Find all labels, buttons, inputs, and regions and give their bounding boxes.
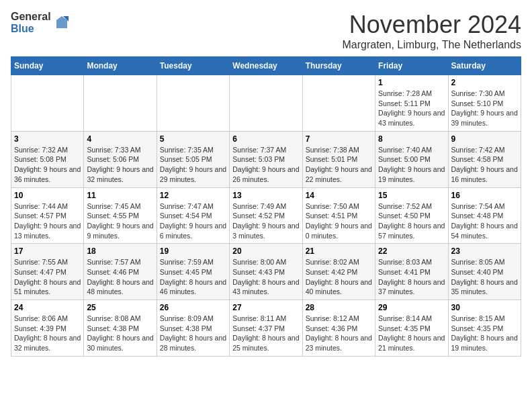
week-row-1: 1Sunrise: 7:28 AM Sunset: 5:11 PM Daylig…	[11, 75, 521, 132]
day-number: 7	[306, 134, 372, 144]
calendar-cell: 29Sunrise: 8:14 AM Sunset: 4:35 PM Dayli…	[375, 300, 448, 357]
day-number: 18	[87, 246, 153, 256]
calendar-cell: 12Sunrise: 7:47 AM Sunset: 4:54 PM Dayli…	[157, 187, 229, 244]
day-number: 29	[378, 303, 445, 312]
day-info: Sunrise: 8:15 AM Sunset: 4:35 PM Dayligh…	[451, 314, 518, 353]
calendar-cell: 14Sunrise: 7:50 AM Sunset: 4:51 PM Dayli…	[302, 187, 375, 244]
calendar-cell: 8Sunrise: 7:40 AM Sunset: 5:00 PM Daylig…	[375, 131, 448, 187]
logo-blue-text: Blue	[11, 23, 51, 35]
calendar-cell: 23Sunrise: 8:05 AM Sunset: 4:40 PM Dayli…	[448, 244, 521, 300]
calendar-cell: 16Sunrise: 7:54 AM Sunset: 4:48 PM Dayli…	[448, 187, 521, 244]
week-row-2: 3Sunrise: 7:32 AM Sunset: 5:08 PM Daylig…	[11, 131, 521, 187]
day-info: Sunrise: 7:42 AM Sunset: 4:58 PM Dayligh…	[451, 145, 518, 185]
calendar-table: SundayMondayTuesdayWednesdayThursdayFrid…	[11, 56, 521, 357]
day-info: Sunrise: 7:38 AM Sunset: 5:01 PM Dayligh…	[306, 145, 372, 185]
weekday-header-row: SundayMondayTuesdayWednesdayThursdayFrid…	[11, 57, 521, 75]
day-number: 20	[232, 246, 299, 256]
logo: General Blue	[11, 11, 70, 34]
calendar-cell: 2Sunrise: 7:30 AM Sunset: 5:10 PM Daylig…	[448, 75, 521, 132]
calendar-cell: 22Sunrise: 8:03 AM Sunset: 4:41 PM Dayli…	[375, 244, 448, 300]
day-info: Sunrise: 8:03 AM Sunset: 4:41 PM Dayligh…	[378, 257, 445, 297]
calendar-cell	[302, 75, 375, 132]
day-number: 26	[160, 303, 226, 312]
month-title: November 2024	[342, 11, 521, 39]
day-number: 4	[87, 134, 153, 144]
day-number: 3	[14, 134, 81, 144]
day-info: Sunrise: 7:32 AM Sunset: 5:08 PM Dayligh…	[14, 145, 81, 185]
day-info: Sunrise: 7:45 AM Sunset: 4:55 PM Dayligh…	[87, 201, 153, 241]
calendar-cell: 1Sunrise: 7:28 AM Sunset: 5:11 PM Daylig…	[375, 75, 448, 132]
calendar-cell	[11, 75, 84, 132]
day-info: Sunrise: 8:00 AM Sunset: 4:43 PM Dayligh…	[232, 257, 299, 297]
day-number: 16	[451, 191, 518, 200]
weekday-header-friday: Friday	[375, 57, 448, 75]
day-number: 25	[87, 303, 153, 312]
title-section: November 2024 Margraten, Limburg, The Ne…	[342, 11, 521, 51]
day-info: Sunrise: 7:28 AM Sunset: 5:11 PM Dayligh…	[378, 89, 445, 128]
day-number: 13	[232, 191, 299, 200]
day-info: Sunrise: 7:47 AM Sunset: 4:54 PM Dayligh…	[160, 201, 226, 241]
day-info: Sunrise: 7:50 AM Sunset: 4:51 PM Dayligh…	[306, 201, 372, 241]
calendar-cell: 4Sunrise: 7:33 AM Sunset: 5:06 PM Daylig…	[84, 131, 157, 187]
day-number: 12	[160, 191, 226, 200]
day-info: Sunrise: 7:35 AM Sunset: 5:05 PM Dayligh…	[160, 145, 226, 185]
logo-general-text: General	[11, 11, 51, 23]
calendar-cell	[230, 75, 302, 132]
weekday-header-monday: Monday	[84, 57, 157, 75]
header: General Blue November 2024 Margraten, Li…	[11, 11, 521, 51]
day-number: 9	[451, 134, 518, 144]
calendar-cell: 25Sunrise: 8:08 AM Sunset: 4:38 PM Dayli…	[84, 300, 157, 357]
day-info: Sunrise: 8:08 AM Sunset: 4:38 PM Dayligh…	[87, 314, 153, 353]
day-number: 24	[14, 303, 81, 312]
day-info: Sunrise: 7:52 AM Sunset: 4:50 PM Dayligh…	[378, 201, 445, 241]
day-number: 22	[378, 246, 445, 256]
weekday-header-saturday: Saturday	[448, 57, 521, 75]
calendar-cell: 17Sunrise: 7:55 AM Sunset: 4:47 PM Dayli…	[11, 244, 84, 300]
day-number: 30	[451, 303, 518, 312]
day-info: Sunrise: 7:49 AM Sunset: 4:52 PM Dayligh…	[232, 201, 299, 241]
calendar-cell: 10Sunrise: 7:44 AM Sunset: 4:57 PM Dayli…	[11, 187, 84, 244]
calendar-cell	[157, 75, 229, 132]
day-number: 11	[87, 191, 153, 200]
day-number: 6	[232, 134, 299, 144]
day-number: 8	[378, 134, 445, 144]
calendar-cell: 5Sunrise: 7:35 AM Sunset: 5:05 PM Daylig…	[157, 131, 229, 187]
calendar-cell: 18Sunrise: 7:57 AM Sunset: 4:46 PM Dayli…	[84, 244, 157, 300]
day-number: 14	[306, 191, 372, 200]
calendar-cell: 6Sunrise: 7:37 AM Sunset: 5:03 PM Daylig…	[230, 131, 302, 187]
day-info: Sunrise: 7:33 AM Sunset: 5:06 PM Dayligh…	[87, 145, 153, 185]
day-info: Sunrise: 7:30 AM Sunset: 5:10 PM Dayligh…	[451, 89, 518, 128]
day-info: Sunrise: 7:37 AM Sunset: 5:03 PM Dayligh…	[232, 145, 299, 185]
day-number: 15	[378, 191, 445, 200]
day-number: 23	[451, 246, 518, 256]
calendar-cell: 11Sunrise: 7:45 AM Sunset: 4:55 PM Dayli…	[84, 187, 157, 244]
day-number: 10	[14, 191, 81, 200]
day-number: 1	[378, 78, 445, 87]
calendar-cell: 26Sunrise: 8:09 AM Sunset: 4:38 PM Dayli…	[157, 300, 229, 357]
calendar-cell: 20Sunrise: 8:00 AM Sunset: 4:43 PM Dayli…	[230, 244, 302, 300]
day-info: Sunrise: 7:59 AM Sunset: 4:45 PM Dayligh…	[160, 257, 226, 297]
calendar-cell: 27Sunrise: 8:11 AM Sunset: 4:37 PM Dayli…	[230, 300, 302, 357]
day-number: 17	[14, 246, 81, 256]
day-number: 28	[306, 303, 372, 312]
calendar-cell: 9Sunrise: 7:42 AM Sunset: 4:58 PM Daylig…	[448, 131, 521, 187]
day-info: Sunrise: 8:12 AM Sunset: 4:36 PM Dayligh…	[306, 314, 372, 353]
weekday-header-sunday: Sunday	[11, 57, 84, 75]
day-number: 21	[306, 246, 372, 256]
weekday-header-tuesday: Tuesday	[157, 57, 229, 75]
calendar-cell: 28Sunrise: 8:12 AM Sunset: 4:36 PM Dayli…	[302, 300, 375, 357]
day-number: 19	[160, 246, 226, 256]
day-info: Sunrise: 8:14 AM Sunset: 4:35 PM Dayligh…	[378, 314, 445, 353]
week-row-3: 10Sunrise: 7:44 AM Sunset: 4:57 PM Dayli…	[11, 187, 521, 244]
weekday-header-wednesday: Wednesday	[230, 57, 302, 75]
day-info: Sunrise: 7:44 AM Sunset: 4:57 PM Dayligh…	[14, 201, 81, 241]
day-info: Sunrise: 8:11 AM Sunset: 4:37 PM Dayligh…	[232, 314, 299, 353]
day-info: Sunrise: 8:09 AM Sunset: 4:38 PM Dayligh…	[160, 314, 226, 353]
calendar-cell: 30Sunrise: 8:15 AM Sunset: 4:35 PM Dayli…	[448, 300, 521, 357]
day-info: Sunrise: 8:05 AM Sunset: 4:40 PM Dayligh…	[451, 257, 518, 297]
weekday-header-thursday: Thursday	[302, 57, 375, 75]
calendar-cell: 15Sunrise: 7:52 AM Sunset: 4:50 PM Dayli…	[375, 187, 448, 244]
calendar-cell	[84, 75, 157, 132]
day-number: 5	[160, 134, 226, 144]
logo-icon	[54, 15, 70, 31]
